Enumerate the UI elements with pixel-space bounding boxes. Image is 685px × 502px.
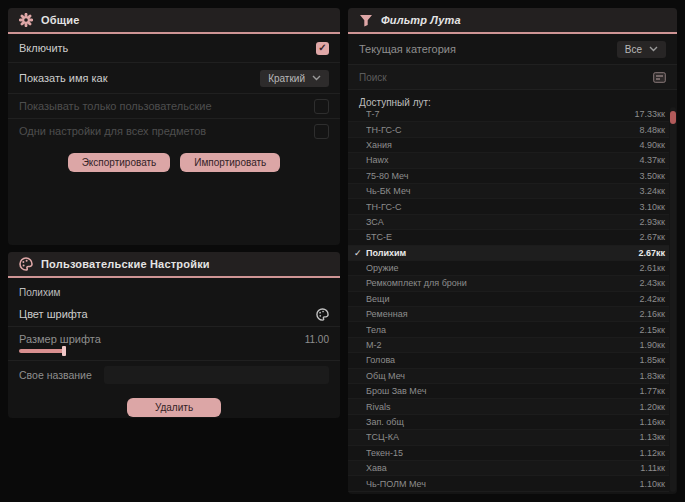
loot-list-item[interactable]: ✓ Оружие 2.61кк	[348, 261, 669, 276]
loot-filter-title: Фильтр Лута	[381, 14, 461, 26]
loot-item-name: Голова	[366, 355, 640, 365]
loot-item-value: 1.16кк	[640, 417, 665, 427]
loot-item-name: ТН-ГС-С	[366, 125, 640, 135]
custom-name-row: Свое название	[8, 361, 340, 389]
loot-list-item[interactable]: ✓ Чь-БК Меч 3.24кк	[348, 184, 669, 199]
loot-item-name: Хания	[366, 140, 640, 150]
loot-item-name: Чь-ПОЛМ Меч	[366, 479, 640, 489]
loot-item-name: ТН-ГС-С	[366, 202, 640, 212]
funnel-icon	[359, 14, 373, 27]
loot-filter-panel: Фильтр Лута Текущая категория Все Доступ…	[348, 8, 677, 494]
search-input[interactable]	[359, 72, 653, 83]
loot-item-name: М-2	[366, 340, 640, 350]
loot-item-name: Текен-15	[366, 448, 640, 458]
loot-item-name: Хава	[366, 463, 640, 473]
loot-list-item[interactable]: ✓ Зап. общ 1.16кк	[348, 415, 669, 430]
category-row: Текущая категория Все	[348, 34, 677, 65]
loot-list-item[interactable]: ✓ ТН-ГС-С 8.48кк	[348, 122, 669, 137]
loot-item-name: Оружие	[366, 263, 640, 273]
loot-list-item[interactable]: ✓ Полихим 2.67кк	[348, 246, 669, 261]
font-color-label: Цвет шрифта	[19, 308, 88, 320]
show-name-row: Показать имя как Краткий	[8, 63, 340, 94]
slider-thumb[interactable]	[62, 346, 66, 356]
loot-item-name: Зап. общ	[366, 417, 640, 427]
loot-list-item[interactable]: ✓ Ремкомплект для брони 2.43кк	[348, 276, 669, 291]
loot-list-item[interactable]: ✓ Хава 1.11кк	[348, 461, 669, 476]
import-button[interactable]: Импортировать	[180, 153, 280, 172]
loot-item-value: 17.33кк	[635, 109, 665, 119]
loot-list-item[interactable]: ✓ Чь-ПОЛМ Меч 1.10кк	[348, 476, 669, 491]
advanced-search-icon[interactable]	[653, 72, 666, 83]
loot-list-item[interactable]: ✓ Тела 2.15кк	[348, 322, 669, 337]
font-size-label: Размер шрифта	[19, 333, 101, 345]
enable-row: Включить ✓	[8, 34, 340, 63]
loot-list-item[interactable]: ✓ 75-80 Меч 3.50кк	[348, 169, 669, 184]
loot-item-value: 2.16кк	[640, 309, 665, 319]
loot-item-value: 2.15кк	[640, 325, 665, 335]
loot-item-value: 8.48кк	[640, 125, 665, 135]
loot-item-name: Т-7	[366, 109, 635, 119]
loot-item-value: 1.12кк	[640, 448, 665, 458]
loot-item-name: Ремкомплект для брони	[366, 278, 640, 288]
loot-item-name: Чь-БК Меч	[366, 186, 640, 196]
loot-item-name: ЗСА	[366, 217, 640, 227]
custom-name-input[interactable]	[104, 366, 329, 384]
loot-item-value: 1.77кк	[640, 386, 665, 396]
loot-item-value: 1.90кк	[640, 340, 665, 350]
export-button[interactable]: Экспортировать	[68, 153, 171, 172]
loot-list-item[interactable]: ✓ Hawx 4.37кк	[348, 153, 669, 168]
loot-list-item[interactable]: ✓ Ременная 2.16кк	[348, 307, 669, 322]
gear-icon	[19, 13, 33, 27]
chevron-down-icon	[649, 46, 658, 52]
loot-list-item[interactable]: ✓ Хания 4.90кк	[348, 138, 669, 153]
loot-list-item[interactable]: ✓ ТН-ГС-С 3.10кк	[348, 199, 669, 214]
loot-list-item[interactable]: ✓ Rivals 1.20кк	[348, 399, 669, 414]
enable-checkbox[interactable]: ✓	[316, 42, 329, 55]
color-picker-icon[interactable]	[316, 308, 329, 321]
scrollbar-track[interactable]	[670, 107, 676, 492]
only-custom-label: Показывать только пользовательские	[19, 100, 212, 112]
palette-icon	[19, 257, 33, 271]
loot-item-name: Hawx	[366, 155, 640, 165]
loot-list-item[interactable]: ✓ Брош Зав Меч 1.77кк	[348, 384, 669, 399]
loot-list-item[interactable]: ✓ ТСЦ-КА 1.13кк	[348, 430, 669, 445]
loot-item-name: Общ Меч	[366, 371, 640, 381]
enable-label: Включить	[19, 42, 68, 54]
general-panel: Общие Включить ✓ Показать имя как Кратки…	[8, 8, 340, 245]
loot-item-name: Rivals	[366, 402, 640, 412]
category-dropdown-value: Все	[625, 44, 642, 55]
loot-list-item[interactable]: ✓ Вещи 2.42кк	[348, 292, 669, 307]
check-icon: ✓	[354, 248, 366, 258]
loot-list-item[interactable]: ✓ Голова 1.85кк	[348, 353, 669, 368]
loot-item-value: 3.24кк	[640, 186, 665, 196]
category-label: Текущая категория	[359, 43, 456, 55]
scrollbar-thumb[interactable]	[670, 111, 676, 124]
custom-settings-title: Пользовательские Настройки	[41, 258, 210, 270]
chevron-down-icon	[312, 75, 321, 81]
category-dropdown[interactable]: Все	[617, 41, 666, 58]
loot-list-item[interactable]: ✓ 5ТС-Е 2.67кк	[348, 230, 669, 245]
only-custom-checkbox[interactable]	[314, 99, 329, 114]
loot-item-value: 2.67кк	[638, 248, 665, 258]
show-name-dropdown-value: Краткий	[268, 73, 305, 84]
loot-list-item[interactable]: ✓ Общ Меч 1.83кк	[348, 369, 669, 384]
only-custom-row: Показывать только пользовательские	[8, 94, 340, 119]
loot-item-name: Брош Зав Меч	[366, 386, 640, 396]
loot-list-item[interactable]: ✓ ЗСА 2.93кк	[348, 215, 669, 230]
custom-settings-header: Пользовательские Настройки	[8, 252, 340, 278]
loot-item-value: 1.83кк	[640, 371, 665, 381]
same-settings-checkbox[interactable]	[314, 124, 329, 139]
loot-item-value: 1.20кк	[640, 402, 665, 412]
loot-item-name: Тела	[366, 325, 640, 335]
loot-list-item[interactable]: ✓ М-2 1.90кк	[348, 338, 669, 353]
loot-item-value: 2.67кк	[640, 232, 665, 242]
show-name-dropdown[interactable]: Краткий	[260, 70, 329, 87]
loot-item-value: 2.42кк	[640, 294, 665, 304]
font-size-value: 11.00	[305, 334, 329, 345]
loot-item-name: Вещи	[366, 294, 640, 304]
loot-list-item[interactable]: ✓ Т-7 17.33кк	[348, 107, 669, 122]
font-size-slider[interactable]	[19, 349, 65, 353]
loot-item-value: 2.93кк	[640, 217, 665, 227]
loot-list-item[interactable]: ✓ Текен-15 1.12кк	[348, 446, 669, 461]
delete-button[interactable]: Удалить	[127, 398, 221, 417]
